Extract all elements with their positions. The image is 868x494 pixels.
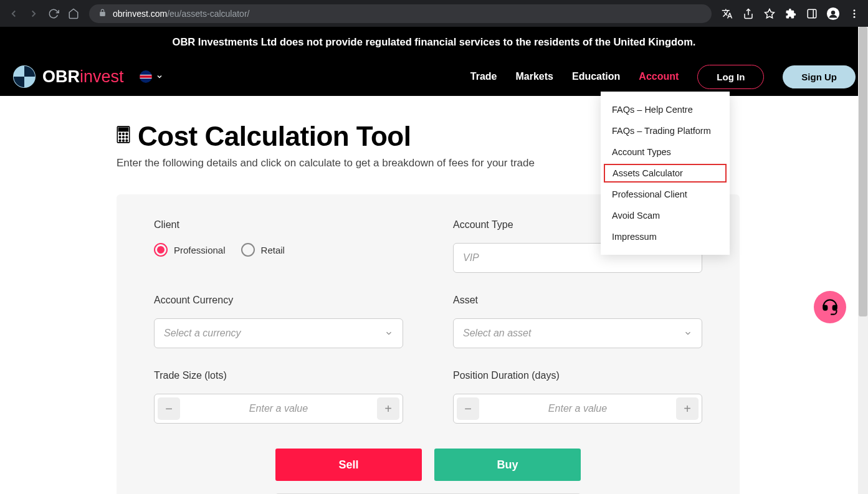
svg-point-16 (123, 136, 125, 138)
trade-size-input[interactable]: Enter a value (180, 403, 377, 414)
forward-button[interactable] (26, 6, 41, 21)
logo-text-invest: invest (80, 67, 124, 86)
radio-professional[interactable]: Professional (154, 243, 226, 257)
currency-label: Account Currency (154, 295, 403, 306)
translate-icon[interactable] (720, 6, 735, 21)
svg-point-17 (126, 136, 128, 138)
nav-trade[interactable]: Trade (470, 71, 497, 82)
svg-point-19 (123, 140, 125, 141)
chevron-down-icon (684, 329, 692, 338)
svg-point-7 (854, 12, 856, 14)
svg-point-8 (854, 16, 856, 17)
asset-label: Asset (453, 295, 702, 306)
client-field: Client Professional Retail (154, 219, 403, 273)
menu-icon[interactable] (847, 6, 862, 21)
position-duration-input-group: − Enter a value + (453, 394, 702, 424)
home-button[interactable] (66, 6, 81, 21)
svg-point-18 (119, 140, 121, 141)
nav-education[interactable]: Education (572, 71, 620, 82)
asset-placeholder: Select an asset (463, 328, 531, 339)
client-label: Client (154, 219, 403, 230)
svg-marker-1 (765, 9, 775, 17)
position-duration-field: Position Duration (days) − Enter a value… (453, 370, 702, 424)
site-header: OBRinvest Trade Markets Education Accoun… (0, 57, 868, 96)
trade-size-label: Trade Size (lots) (154, 370, 403, 381)
asset-field: Asset Select an asset (453, 295, 702, 348)
main-content: Cost Calculation Tool Enter the followin… (0, 96, 868, 494)
chevron-down-icon (384, 329, 393, 338)
svg-point-20 (126, 140, 128, 141)
language-selector[interactable] (140, 70, 163, 83)
scrollbar-thumb[interactable] (859, 27, 867, 316)
logo[interactable]: OBRinvest (12, 65, 124, 88)
svg-point-14 (126, 133, 128, 135)
chevron-down-icon (156, 73, 163, 80)
trade-size-field: Trade Size (lots) − Enter a value + (154, 370, 403, 424)
url-text: obrinvest.com/eu/assets-calculator/ (113, 9, 249, 19)
browser-chrome: obrinvest.com/eu/assets-calculator/ (0, 0, 868, 27)
lock-icon (98, 9, 107, 19)
dropdown-avoid-scam[interactable]: Avoid Scam (601, 205, 730, 226)
nav-markets[interactable]: Markets (516, 71, 553, 82)
nav-account[interactable]: Account (639, 71, 679, 82)
asset-select[interactable]: Select an asset (453, 318, 702, 348)
main-nav: Trade Markets Education Account Log In S… (470, 65, 856, 89)
radio-retail-label: Retail (261, 245, 285, 255)
position-duration-input[interactable]: Enter a value (479, 403, 676, 414)
radio-circle-icon (241, 243, 255, 257)
login-button[interactable]: Log In (697, 65, 764, 89)
dropdown-assets-calculator[interactable]: Assets Calculator (604, 164, 727, 183)
radio-retail[interactable]: Retail (241, 243, 285, 257)
logo-icon (12, 65, 36, 88)
url-bar[interactable]: obrinvest.com/eu/assets-calculator/ (89, 4, 712, 23)
decrement-button[interactable]: − (457, 397, 479, 420)
account-dropdown: FAQs – Help Centre FAQs – Trading Platfo… (601, 92, 730, 255)
svg-point-15 (119, 136, 121, 138)
trade-size-input-group: − Enter a value + (154, 394, 403, 424)
increment-button[interactable]: + (377, 397, 399, 420)
svg-point-13 (123, 133, 125, 135)
back-button[interactable] (6, 6, 21, 21)
share-icon[interactable] (741, 6, 756, 21)
svg-point-12 (119, 133, 121, 135)
position-duration-label: Position Duration (days) (453, 370, 702, 381)
increment-button[interactable]: + (676, 397, 699, 420)
svg-rect-2 (808, 9, 816, 18)
buy-button[interactable]: Buy (434, 449, 581, 481)
dropdown-faqs-trading[interactable]: FAQs – Trading Platform (601, 120, 730, 141)
star-icon[interactable] (762, 6, 777, 21)
page-subtitle: Enter the following details and click on… (117, 157, 868, 169)
profile-icon[interactable] (826, 6, 841, 21)
decrement-button[interactable]: − (158, 397, 180, 420)
panel-icon[interactable] (804, 6, 819, 21)
sell-button[interactable]: Sell (275, 449, 422, 481)
dropdown-account-types[interactable]: Account Types (601, 141, 730, 163)
logo-text-obr: OBR (42, 67, 80, 86)
currency-field: Account Currency Select a currency (154, 295, 403, 348)
page-title: Cost Calculation Tool (138, 121, 411, 152)
extensions-icon[interactable] (783, 6, 798, 21)
svg-point-5 (831, 10, 835, 14)
radio-circle-icon (154, 243, 168, 257)
account-type-placeholder: VIP (463, 252, 479, 264)
radio-professional-label: Professional (174, 245, 226, 255)
dropdown-impressum[interactable]: Impressum (601, 226, 730, 247)
signup-button[interactable]: Sign Up (783, 65, 856, 88)
dropdown-faqs-help[interactable]: FAQs – Help Centre (601, 99, 730, 120)
svg-rect-11 (118, 128, 128, 131)
support-chat-button[interactable] (814, 291, 846, 323)
svg-point-6 (854, 9, 856, 11)
uk-flag-icon (140, 70, 152, 83)
calculator-icon (117, 126, 130, 147)
headset-icon (821, 298, 839, 316)
reload-button[interactable] (46, 6, 61, 21)
currency-placeholder: Select a currency (164, 328, 241, 339)
dropdown-professional-client[interactable]: Professional Client (601, 184, 730, 205)
warning-banner: OBR Investments Ltd does not provide reg… (0, 27, 868, 57)
currency-select[interactable]: Select a currency (154, 318, 403, 348)
